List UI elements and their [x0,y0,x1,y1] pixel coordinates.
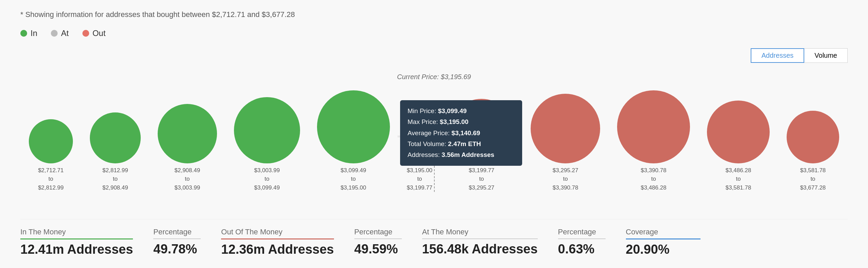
stat-group-label-1: Out Of The Money12.36m Addresses [221,228,354,257]
chart-header: Addresses Volume [20,48,848,63]
bubble-in[interactable] [29,119,73,163]
stat-pct-value-1: 49.59% [354,242,402,256]
legend-at-label: At [61,29,69,38]
price-range-label: $3,099.49to$3,195.00 [340,166,366,192]
stat-value-2: 156.48k Addresses [422,242,538,256]
legend: In At Out [20,29,848,38]
bubble-out[interactable] [787,111,839,163]
price-range-label: $3,199.77to$3,295.27 [469,166,494,192]
stat-label-0: In The Money [20,228,133,239]
stat-group-label-0: In The Money12.41m Addresses [20,228,153,257]
stat-value-3: 20.90% [626,242,701,257]
stat-value-1: 12.36m Addresses [221,242,334,257]
bubble-in[interactable] [90,112,141,163]
bubble-col: $2,712.71to$2,812.99 [29,119,73,192]
bubble-col: $3,199.77to$3,295.27 [449,99,514,192]
price-range-label: $3,581.78to$3,677.28 [800,166,826,192]
stat-label-1: Out Of The Money [221,228,334,239]
page-container: * Showing information for addresses that… [0,0,868,268]
bubble-in[interactable] [317,90,390,163]
bubble-col: $3,581.78to$3,677.28 [787,111,839,192]
volume-toggle[interactable]: Volume [804,48,848,63]
bubble-col: $3,003.99to$3,099.49 [234,97,300,192]
legend-in-label: In [31,29,37,38]
legend-item-in: In [20,29,37,38]
legend-out-label: Out [93,29,106,38]
bubble-out[interactable] [449,99,514,163]
bubble-col: $3,295.27to$3,390.78 [531,94,600,192]
stat-value-0: 12.41m Addresses [20,242,133,257]
bubble-in[interactable] [234,97,300,163]
price-range-label: $3,390.78to$3,486.28 [641,166,667,192]
stat-pct-value-2: 0.63% [558,242,606,256]
bubble-out[interactable] [617,90,690,163]
out-dot [82,30,89,37]
stat-label-3: Coverage [626,228,701,239]
price-range-label: $2,712.71to$2,812.99 [38,166,64,192]
price-range-label: $3,003.99to$3,099.49 [254,166,280,192]
current-price-label: Current Price: $3,195.69 [397,73,471,81]
price-range-label: $2,812.99to$2,908.49 [102,166,128,192]
bubble-out[interactable] [707,101,770,163]
stat-pct-group-0: Percentage49.78% [153,228,221,256]
bubble-col: $2,812.99to$2,908.49 [90,112,141,192]
price-range-label: $3,295.27to$3,390.78 [553,166,578,192]
stat-pct-group-1: Percentage49.59% [354,228,422,256]
legend-item-at: At [51,29,69,38]
bubble-out[interactable] [531,94,600,163]
price-range-label: $2,908.49to$3,003.99 [175,166,200,192]
stat-pct-label-1: Percentage [354,228,402,239]
price-divider-line [434,100,435,192]
in-dot [20,30,27,37]
info-text: * Showing information for addresses that… [20,10,848,19]
price-range-label: $3,486.28to$3,581.78 [726,166,751,192]
stats-section: In The Money12.41m AddressesPercentage49… [20,219,848,257]
stat-pct-value-0: 49.78% [153,242,201,256]
bubble-col: $3,099.49to$3,195.00 [317,90,390,192]
bubble-col: $3,390.78to$3,486.28 [617,90,690,192]
stat-pct-label-2: Percentage [558,228,606,239]
stat-group-label-3: Coverage20.90% [626,228,721,257]
chart-area: Current Price: $3,195.69 $2,712.71to$2,8… [20,70,848,212]
at-dot [51,30,58,37]
legend-item-out: Out [82,29,106,38]
bubble-col: $3,486.28to$3,581.78 [707,101,770,192]
bubble-at[interactable] [408,140,431,163]
price-range-label: $3,195.00to$3,199.77 [407,166,433,192]
addresses-toggle[interactable]: Addresses [751,48,805,63]
bubble-col: $2,908.49to$3,003.99 [158,104,217,192]
bubble-col: $3,195.00to$3,199.77 [407,140,433,192]
stat-group-label-2: At The Money156.48k Addresses [422,228,558,256]
bubble-in[interactable] [158,104,217,163]
stat-pct-label-0: Percentage [153,228,201,239]
stat-pct-group-2: Percentage0.63% [558,228,626,256]
stat-label-2: At The Money [422,228,538,239]
